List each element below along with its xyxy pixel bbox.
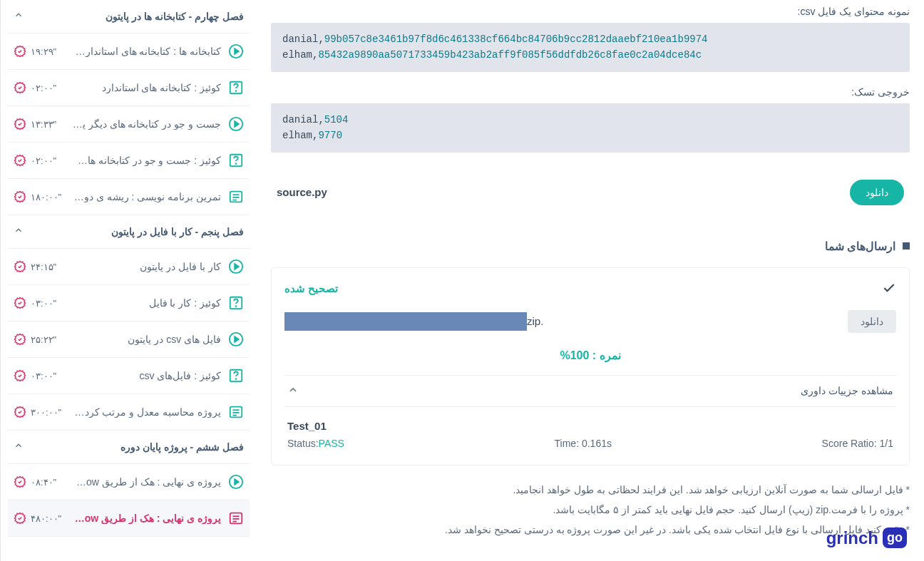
sidebar-item[interactable]: کوئیز : جست و جو در کتابخانه های ... ۰۲:… [8,143,250,179]
download-row: دانلود source.py [271,167,910,218]
notes: * فایل ارسالی شما به صورت آنلاین ارزیابی… [271,480,910,540]
judge-details-toggle[interactable]: مشاهده جزییات داوری [284,375,896,407]
check-badge-icon [14,333,26,346]
section-4-header[interactable]: فصل چهارم - کتابخانه ها در پایتون [8,0,250,34]
svg-marker-13 [235,264,239,269]
svg-marker-1 [235,48,239,53]
code-icon [228,189,244,205]
chevron-up-icon [287,384,299,398]
sidebar-item[interactable]: جست و جو در کتابخانه های دیگر پای... ۱۳:… [8,106,250,143]
sidebar-item[interactable]: کوئیز : فایل‌های csv ۰۳:۰۰" [8,358,250,394]
play-icon [228,259,244,274]
check-badge-icon [14,190,26,203]
sidebar-item[interactable]: کار با فایل در پایتون ۲۴:۱۵" [8,249,250,285]
check-badge-icon [14,297,26,309]
quiz-icon [228,368,244,384]
check-icon [882,281,896,297]
submission-filename: zip. [284,312,543,331]
status-corrected: تصحیح شده [284,282,338,295]
section-5-header[interactable]: فصل پنجم - کار با فایل در پایتون [8,215,250,249]
check-badge-icon [14,81,26,94]
check-badge-icon [14,406,26,418]
play-icon [228,474,244,490]
check-badge-icon [14,118,26,130]
sidebar-item[interactable]: تمرین برنامه نویسی : ریشه ی دوم ... ۱۸۰:… [8,179,250,215]
check-badge-icon [14,512,26,525]
quiz-icon [228,80,244,96]
svg-marker-5 [235,121,239,126]
play-icon [228,43,244,59]
code-block-1: danial,99b057c8e3461b97f8d6c461338cf664b… [271,23,910,72]
sidebar-item[interactable]: پروژه ی نهایی : هک از طریق Rainbow ۰۸:۴۰… [8,464,250,500]
code-label-2: خروجی تسک: [271,86,910,98]
download-source-button[interactable]: دانلود [850,180,904,205]
sidebar: فصل چهارم - کتابخانه ها در پایتون کتابخا… [0,0,257,561]
sidebar-item[interactable]: کوئیز : کتابخانه های استاندارد ۰۲:۰۰" [8,70,250,106]
play-icon [228,116,244,132]
sidebar-item[interactable]: کوئیز : کار با فایل ۰۳:۰۰" [8,285,250,321]
quiz-icon [228,153,244,168]
chevron-up-icon [14,10,24,23]
svg-marker-25 [235,479,239,484]
svg-marker-17 [235,336,239,341]
chevron-up-icon [14,225,24,238]
code-icon [228,404,244,420]
sidebar-item-active[interactable]: پروژه ی نهایی : هک از طریق ainbow... ۴۸۰… [8,500,250,537]
chevron-up-icon [14,441,24,453]
download-submission-button[interactable]: دانلود [848,310,896,333]
section-6-header[interactable]: فصل ششم - پروژه پایان دوره [8,431,250,464]
score-label: نمره : 100% [284,349,896,362]
svg-point-3 [236,91,237,91]
play-icon [228,331,244,347]
submissions-header: ارسال‌های شما [271,240,910,253]
svg-point-15 [236,306,237,307]
check-badge-icon [14,260,26,273]
code-icon [228,510,244,526]
check-badge-icon [14,369,26,382]
check-badge-icon [14,45,26,58]
sidebar-item[interactable]: کتابخانه ها : کتابخانه های استاندارد ...… [8,34,250,70]
code-label-1: نمونه محتوای یک فایل csv: [271,6,910,17]
sidebar-item[interactable]: فایل های csv در پایتون ۲۵:۲۲" [8,321,250,358]
svg-point-19 [236,379,237,379]
check-badge-icon [14,475,26,488]
logo[interactable]: go grinch [826,527,907,548]
submission-card: تصحیح شده دانلود zip. نمره : 100% مشاهده… [271,267,910,465]
code-block-2: danial,5104 elham,9770 [271,103,910,153]
square-bullet-icon [903,242,910,249]
source-filename: source.py [277,186,327,198]
quiz-icon [228,295,244,311]
check-badge-icon [14,154,26,167]
svg-point-7 [236,163,237,164]
test-result: Test_01 Status:PASS Time: 0.161s Score R… [284,407,896,452]
sidebar-item[interactable]: پروژه محاسبه معدل و مرتب کردن مع... ۳۰۰:… [8,394,250,431]
